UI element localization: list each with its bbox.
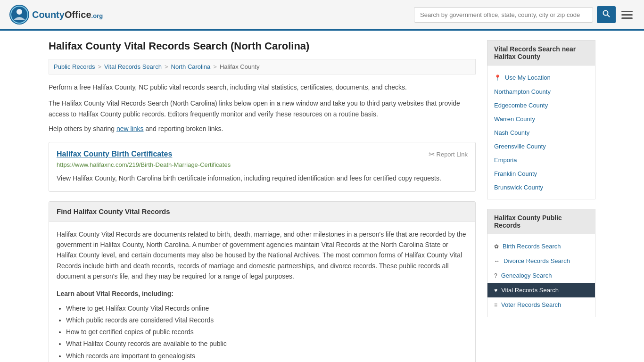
sidebar-nearby-item[interactable]: Franklin County [487, 167, 595, 181]
content-wrapper: Halifax County Vital Records Search (Nor… [39, 31, 605, 362]
sidebar-public-records-item[interactable]: ≡Voter Records Search [487, 297, 595, 312]
sidebar-nearby-item[interactable]: Nash County [487, 126, 595, 140]
records-item-label: Voter Records Search [501, 301, 561, 308]
resource-title-link[interactable]: Halifax County Birth Certificates [57, 150, 172, 158]
sidebar-nearby-item[interactable]: Edgecombe County [487, 99, 595, 112]
menu-button[interactable] [619, 9, 635, 21]
sidebar-public-records-item[interactable]: ♥Vital Records Search [487, 283, 595, 297]
svg-point-1 [17, 9, 22, 15]
resource-desc: View Halifax County, North Carolina birt… [57, 173, 468, 183]
records-icon: ↔ [494, 258, 500, 264]
sidebar-public-records-item[interactable]: ↔Divorce Records Search [487, 254, 595, 268]
records-item-label: Genealogy Search [501, 272, 552, 279]
breadcrumb: Public Records > Vital Records Search > … [49, 59, 476, 74]
logo-icon [9, 5, 29, 25]
records-item-label: Vital Records Search [501, 287, 559, 294]
records-item-label: Divorce Records Search [504, 257, 570, 264]
menu-line-1 [621, 11, 633, 12]
learn-list-item: How to get certified copies of public re… [66, 326, 468, 338]
learn-title: Learn about Vital Records, including: [57, 288, 468, 299]
find-section-body: Halifax County Vital Records are documen… [49, 222, 475, 362]
learn-list-item: Where to get Halifax County Vital Record… [66, 303, 468, 314]
location-icon: 📍 [494, 74, 501, 81]
find-section-text: Halifax County Vital Records are documen… [57, 229, 468, 282]
search-area [414, 6, 635, 23]
breadcrumb-vital-records[interactable]: Vital Records Search [104, 63, 162, 70]
breadcrumb-sep-3: > [213, 63, 217, 70]
breadcrumb-sep-1: > [98, 63, 101, 70]
report-link-button[interactable]: ✂ Report Link [429, 150, 468, 159]
sidebar-nearby-item[interactable]: Greensville County [487, 140, 595, 153]
search-button[interactable] [597, 6, 616, 23]
sidebar-public-records-section: Halifax County Public Records ✿Birth Rec… [487, 209, 595, 317]
sidebar-nearby-item[interactable]: Northampton County [487, 85, 595, 99]
svg-point-3 [603, 11, 608, 16]
sidebar-nearby-item[interactable]: Emporia [487, 153, 595, 167]
sidebar-public-records-body: ✿Birth Records Search↔Divorce Records Se… [487, 234, 595, 317]
records-icon: ≡ [494, 302, 497, 308]
sidebar-use-location[interactable]: 📍 Use My Location [487, 70, 595, 85]
sidebar-public-records-item[interactable]: ?Genealogy Search [487, 268, 595, 283]
resource-card-header: ✂ Report Link Halifax County Birth Certi… [57, 150, 468, 161]
resource-card: ✂ Report Link Halifax County Birth Certi… [49, 142, 476, 191]
logo-text: CountyOffice.org [32, 9, 103, 20]
search-input[interactable] [414, 7, 593, 23]
sidebar-nearby-header: Vital Records Search near Halifax County [487, 40, 595, 65]
sidebar: Vital Records Search near Halifax County… [487, 40, 595, 362]
main-content: Halifax County Vital Records Search (Nor… [49, 40, 476, 362]
breadcrumb-halifax-county: Halifax County [220, 63, 260, 70]
breadcrumb-sep-2: > [165, 63, 168, 70]
records-icon: ✿ [494, 243, 499, 250]
help-before: Help others by sharing [49, 125, 116, 132]
logo-area: CountyOffice.org [9, 5, 103, 25]
find-section: Find Halifax County Vital Records Halifa… [49, 201, 476, 362]
use-location-label: Use My Location [505, 74, 551, 81]
scissors-icon: ✂ [429, 150, 435, 159]
records-icon: ♥ [494, 287, 497, 294]
learn-list-item: Which public records are considered Vita… [66, 314, 468, 326]
sidebar-nearby-section: Vital Records Search near Halifax County… [487, 40, 595, 199]
page-title: Halifax County Vital Records Search (Nor… [49, 40, 476, 52]
learn-list-item: Which records are important to genealogi… [66, 350, 468, 362]
records-item-label: Birth Records Search [503, 243, 561, 250]
breadcrumb-public-records[interactable]: Public Records [54, 63, 95, 70]
sidebar-nearby-item[interactable]: Warren County [487, 112, 595, 126]
resource-url[interactable]: https://www.halifaxnc.com/219/Birth-Deat… [57, 161, 468, 168]
intro-text2: The Halifax County Vital Records Search … [49, 98, 476, 119]
intro-text: Perform a free Halifax County, NC public… [49, 82, 476, 92]
learn-list: Where to get Halifax County Vital Record… [66, 303, 468, 362]
learn-list-item: What Halifax County records are availabl… [66, 338, 468, 350]
sidebar-nearby-body: 📍 Use My Location Northampton CountyEdge… [487, 65, 595, 199]
svg-line-4 [608, 15, 610, 17]
sidebar-nearby-list: Northampton CountyEdgecombe CountyWarren… [487, 85, 595, 194]
sidebar-public-records-item[interactable]: ✿Birth Records Search [487, 239, 595, 254]
new-links-link[interactable]: new links [116, 125, 144, 132]
breadcrumb-north-carolina[interactable]: North Carolina [171, 63, 211, 70]
menu-line-2 [621, 14, 633, 16]
menu-line-3 [621, 17, 633, 19]
header: CountyOffice.org [0, 0, 644, 31]
find-section-header: Find Halifax County Vital Records [49, 202, 475, 222]
help-after: and reporting broken links. [144, 125, 223, 132]
sidebar-public-records-header: Halifax County Public Records [487, 209, 595, 234]
sidebar-nearby-item[interactable]: Brunswick County [487, 181, 595, 194]
help-text: Help others by sharing new links and rep… [49, 125, 476, 132]
records-icon: ? [494, 272, 497, 279]
